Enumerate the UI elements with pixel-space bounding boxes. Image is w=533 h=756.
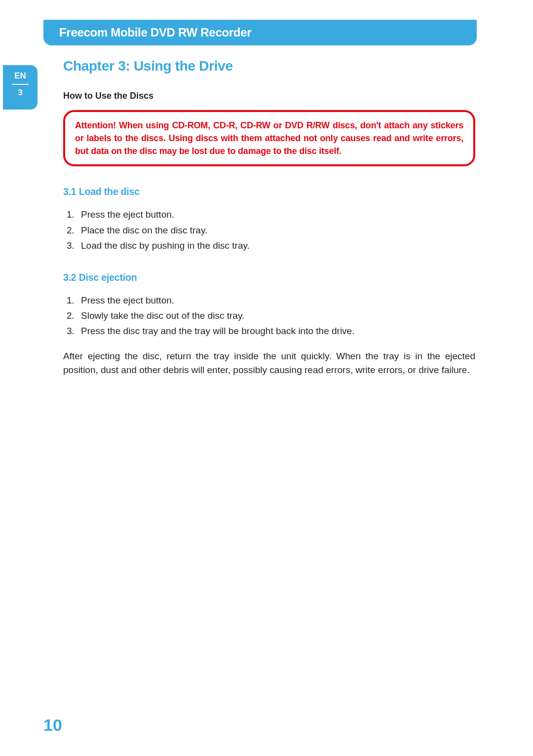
eject-note: After ejecting the disc, return the tray…	[63, 349, 475, 378]
subsection-title-eject: 3.2 Disc ejection	[63, 272, 475, 283]
page-content: Chapter 3: Using the Drive How to Use th…	[63, 58, 475, 387]
subsection-title-load: 3.1 Load the disc	[63, 186, 475, 197]
warning-text: Attention! When using CD-ROM, CD-R, CD-R…	[75, 120, 463, 156]
document-header: Freecom Mobile DVD RW Recorder	[43, 20, 477, 45]
section-title: How to Use the Discs	[63, 91, 475, 101]
step-item: Press the eject button.	[77, 207, 475, 222]
chapter-title: Chapter 3: Using the Drive	[63, 58, 475, 74]
step-item: Slowly take the disc out of the disc tra…	[77, 308, 475, 323]
step-item: Load the disc by pushing in the disc tra…	[77, 238, 475, 253]
step-item: Place the disc on the disc tray.	[77, 223, 475, 237]
side-tab-language: EN	[3, 71, 38, 81]
side-tab-chapter: 3	[3, 88, 38, 98]
step-item: Press the eject button.	[77, 293, 475, 307]
page-number: 10	[43, 716, 62, 735]
steps-load: Press the eject button. Place the disc o…	[63, 207, 475, 253]
steps-eject: Press the eject button. Slowly take the …	[63, 293, 475, 339]
step-item: Press the disc tray and the tray will be…	[77, 324, 475, 338]
warning-box: Attention! When using CD-ROM, CD-R, CD-R…	[63, 110, 475, 166]
document-title: Freecom Mobile DVD RW Recorder	[59, 26, 251, 39]
side-tab: EN 3	[3, 65, 38, 110]
side-tab-divider	[12, 84, 29, 85]
